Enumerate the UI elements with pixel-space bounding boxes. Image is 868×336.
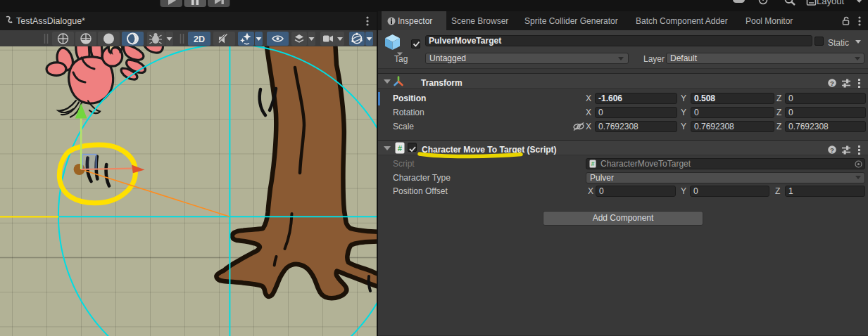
svg-text:?: ? bbox=[830, 79, 834, 87]
svg-text:2D: 2D bbox=[194, 34, 205, 44]
svg-text:#: # bbox=[591, 160, 595, 167]
svg-text:#: # bbox=[398, 144, 402, 153]
svg-text:?: ? bbox=[830, 146, 834, 154]
